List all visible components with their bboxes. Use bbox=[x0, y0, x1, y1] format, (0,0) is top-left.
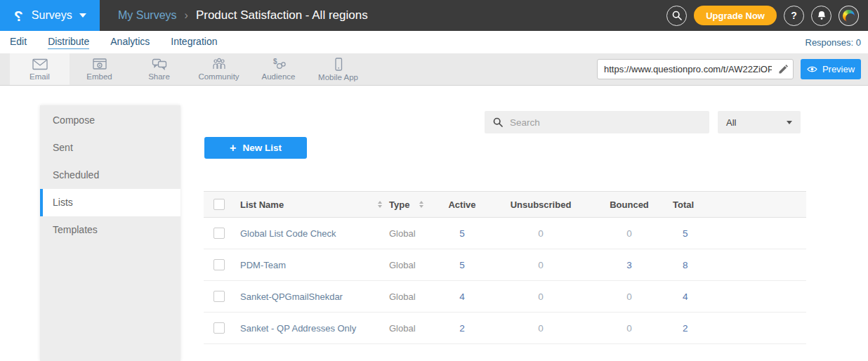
toolbar-item-share[interactable]: Share bbox=[129, 53, 189, 85]
top-bar: ? Surveys My Surveys › Product Satisfact… bbox=[0, 0, 868, 31]
active-count-link[interactable]: 4 bbox=[430, 281, 494, 312]
list-type: Global bbox=[389, 281, 430, 312]
upgrade-now-button[interactable]: Upgrade Now bbox=[694, 6, 777, 25]
row-checkbox[interactable] bbox=[213, 228, 225, 239]
preview-label: Preview bbox=[822, 64, 855, 74]
preview-button[interactable]: Preview bbox=[801, 59, 861, 79]
column-header-bounced: Bounced bbox=[587, 192, 671, 217]
column-label: Active bbox=[448, 199, 475, 210]
community-people-icon bbox=[211, 58, 227, 70]
search-icon bbox=[672, 11, 682, 20]
toolbar-item-label: Audience bbox=[262, 72, 296, 81]
app-window: ? Surveys My Surveys › Product Satisfact… bbox=[0, 0, 868, 361]
bounced-count[interactable]: 0 bbox=[587, 281, 671, 312]
table-row: Sanket - QP Addresses Only Global 2 0 0 … bbox=[204, 313, 806, 344]
list-name-link[interactable]: Sanket-QPGmailShekdar bbox=[240, 281, 389, 312]
list-search-input[interactable] bbox=[510, 117, 709, 128]
column-label: Total bbox=[673, 199, 694, 210]
breadcrumb-separator-icon: › bbox=[185, 9, 188, 22]
column-label: Unsubscribed bbox=[511, 199, 572, 210]
toolbar-item-audience[interactable]: $ Audience bbox=[249, 53, 308, 85]
sidebar-item-templates[interactable]: Templates bbox=[40, 216, 180, 244]
unsubscribed-count[interactable]: 0 bbox=[494, 281, 587, 312]
table-row: Global List Code Check Global 5 0 0 5 bbox=[204, 218, 806, 249]
notifications-button[interactable] bbox=[811, 6, 831, 26]
mobile-phone-icon bbox=[331, 58, 346, 71]
list-filter-dropdown[interactable]: All bbox=[718, 111, 801, 133]
pencil-icon bbox=[778, 64, 789, 74]
unsubscribed-count[interactable]: 0 bbox=[494, 218, 587, 249]
survey-nav: Edit Distribute Analytics Integration Re… bbox=[0, 31, 868, 53]
tab-analytics[interactable]: Analytics bbox=[110, 36, 150, 49]
tab-distribute[interactable]: Distribute bbox=[48, 36, 89, 49]
breadcrumb: My Surveys › Product Satisfaction - All … bbox=[118, 8, 368, 22]
active-count-link[interactable]: 5 bbox=[430, 218, 494, 249]
sort-icon[interactable] bbox=[419, 201, 423, 208]
total-count-link[interactable]: 8 bbox=[671, 249, 806, 280]
sort-icon[interactable] bbox=[378, 201, 382, 208]
sidebar-item-sent[interactable]: Sent bbox=[40, 134, 180, 162]
list-type: Global bbox=[389, 218, 430, 249]
unsubscribed-count[interactable]: 0 bbox=[494, 249, 587, 280]
sidebar-item-scheduled[interactable]: Scheduled bbox=[40, 162, 180, 189]
help-button[interactable]: ? bbox=[784, 6, 804, 26]
list-type: Global bbox=[389, 249, 430, 280]
list-name-link[interactable]: Sanket - QP Addresses Only bbox=[240, 313, 389, 343]
toolbar-item-mobile-app[interactable]: Mobile App bbox=[308, 53, 368, 85]
sidebar-item-compose[interactable]: Compose bbox=[40, 107, 180, 134]
account-avatar[interactable] bbox=[839, 6, 859, 26]
bounced-count[interactable]: 0 bbox=[587, 313, 671, 343]
eye-icon bbox=[807, 65, 817, 73]
questionpro-logo-icon: ? bbox=[14, 8, 23, 23]
toolbar-item-email[interactable]: Email bbox=[10, 53, 70, 85]
toolbar-item-embed[interactable]: Embed bbox=[70, 53, 129, 85]
edit-url-button[interactable] bbox=[778, 64, 789, 74]
breadcrumb-parent-link[interactable]: My Surveys bbox=[118, 9, 177, 22]
tab-edit[interactable]: Edit bbox=[10, 36, 27, 49]
avatar-logo-icon bbox=[843, 10, 855, 22]
bounced-count[interactable]: 3 bbox=[587, 249, 671, 280]
toolbar-item-community[interactable]: Community bbox=[189, 53, 249, 85]
unsubscribed-count[interactable]: 0 bbox=[494, 313, 587, 343]
responses-count[interactable]: Responses: 0 bbox=[805, 37, 862, 48]
search-icon bbox=[493, 117, 503, 127]
tab-integration[interactable]: Integration bbox=[171, 36, 217, 49]
list-name-link[interactable]: Global List Code Check bbox=[240, 218, 389, 249]
surveys-caret-icon bbox=[79, 13, 86, 18]
total-count-link[interactable]: 2 bbox=[671, 313, 806, 343]
row-checkbox[interactable] bbox=[213, 322, 225, 334]
column-header-total: Total bbox=[671, 192, 806, 217]
bell-icon bbox=[817, 11, 827, 20]
table-header-row: List Name Type Active Unsubscribed Bounc… bbox=[204, 191, 806, 218]
filter-selected-value: All bbox=[726, 117, 736, 128]
page-title: Product Satisfaction - All regions bbox=[196, 8, 368, 22]
list-name-link[interactable]: PDM-Team bbox=[240, 249, 389, 280]
search-button[interactable] bbox=[666, 6, 687, 26]
list-search-box bbox=[485, 111, 709, 133]
active-count-link[interactable]: 2 bbox=[430, 313, 494, 343]
share-bubbles-icon bbox=[152, 58, 167, 70]
sidebar-item-lists[interactable]: Lists bbox=[40, 189, 180, 216]
total-count-link[interactable]: 4 bbox=[671, 281, 806, 312]
column-header-list-name[interactable]: List Name bbox=[240, 192, 389, 217]
survey-url-input[interactable] bbox=[597, 59, 794, 79]
total-count-link[interactable]: 5 bbox=[671, 218, 806, 249]
list-type: Global bbox=[389, 313, 430, 343]
toolbar-item-label: Share bbox=[148, 72, 170, 81]
column-label: Bounced bbox=[610, 199, 649, 210]
lists-table: List Name Type Active Unsubscribed Bounc… bbox=[204, 191, 806, 344]
toolbar-item-label: Community bbox=[198, 72, 239, 81]
column-header-active: Active bbox=[430, 192, 494, 217]
column-label: List Name bbox=[240, 199, 284, 210]
row-checkbox[interactable] bbox=[213, 259, 225, 270]
new-list-button[interactable]: + New List bbox=[204, 137, 307, 159]
select-all-checkbox[interactable] bbox=[213, 199, 225, 210]
table-row: Sanket-QPGmailShekdar Global 4 0 0 4 bbox=[204, 281, 806, 313]
bounced-count[interactable]: 0 bbox=[587, 218, 671, 249]
column-header-type[interactable]: Type bbox=[389, 192, 430, 217]
active-count-link[interactable]: 5 bbox=[430, 249, 494, 280]
surveys-menu[interactable]: ? Surveys bbox=[0, 0, 100, 31]
table-row: PDM-Team Global 5 0 3 8 bbox=[204, 249, 806, 281]
row-checkbox[interactable] bbox=[213, 291, 225, 302]
audience-dollar-icon: $ bbox=[271, 58, 287, 70]
